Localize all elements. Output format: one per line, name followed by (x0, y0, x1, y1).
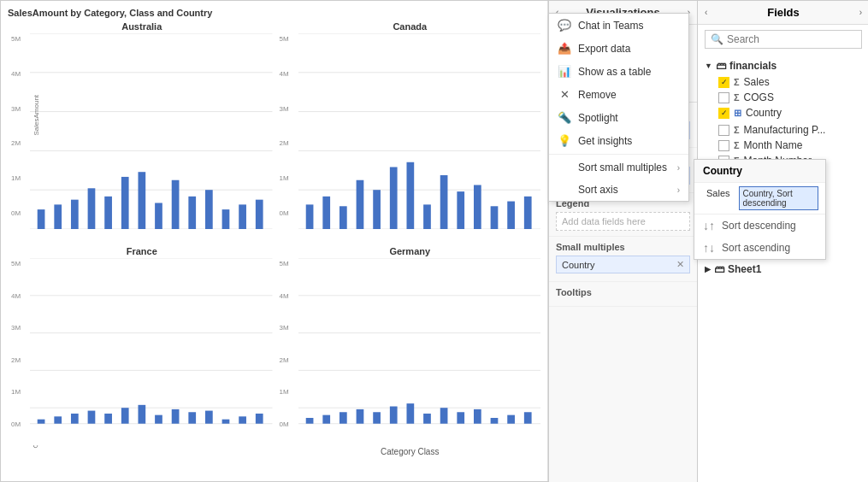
sort-tab-sales[interactable]: Sales (701, 186, 735, 210)
fields-group-header-sheet1[interactable]: ▶ 🗃 Sheet1 (698, 261, 868, 278)
fields-group-header-financials[interactable]: ▼ 🗃 financials (698, 57, 868, 74)
context-menu-label-export: Export data (578, 43, 630, 55)
field-item-country[interactable]: ⊞ Country (698, 105, 868, 120)
svg-rect-8 (71, 200, 79, 229)
svg-rect-72 (406, 403, 414, 424)
context-menu-label-spotlight: Spotlight (578, 112, 618, 124)
svg-rect-48 (71, 414, 79, 424)
field-item-sales[interactable]: Σ Sales (698, 74, 868, 90)
search-input[interactable] (727, 33, 856, 45)
svg-rect-47 (54, 416, 62, 423)
svg-rect-77 (490, 418, 498, 424)
small-multiples-field-tag[interactable]: Country ✕ (556, 256, 690, 273)
svg-rect-79 (523, 412, 531, 423)
svg-rect-57 (222, 420, 230, 424)
svg-rect-16 (205, 190, 213, 229)
svg-rect-19 (256, 200, 263, 229)
sort-option-descending[interactable]: ↓↑ Sort descending (694, 215, 825, 237)
x-axis-label-germany: Category Class (280, 447, 541, 456)
small-multiples-well: Small multiples Country ✕ (549, 237, 697, 282)
table-icon-sheet1: 🗃 (714, 263, 724, 275)
svg-rect-31 (389, 167, 397, 229)
field-name-month-name: Month Name (744, 139, 862, 151)
svg-rect-9 (88, 188, 96, 229)
sort-desc-icon: ↓↑ (703, 219, 715, 232)
fields-title: Fields (707, 6, 859, 19)
svg-rect-69 (356, 409, 363, 424)
context-menu-item-spotlight[interactable]: 🔦 Spotlight (549, 106, 688, 129)
chart-grid: Australia 5M4M3M2M1M0M SalesAmount (8, 20, 544, 469)
small-multiples-remove-btn[interactable]: ✕ (676, 259, 684, 270)
table-icon-financials: 🗃 (716, 60, 726, 72)
field-name-cogs: COGS (744, 91, 862, 103)
context-menu-label-remove: Remove (578, 89, 617, 101)
svg-rect-34 (440, 175, 447, 229)
tooltips-well: Tooltips (549, 282, 697, 307)
field-item-cogs[interactable]: Σ COGS (698, 90, 868, 105)
sort-tab-country[interactable]: Country, Sort descending (739, 186, 818, 210)
svg-rect-30 (373, 190, 381, 229)
svg-rect-18 (239, 204, 246, 229)
sort-popup-header: Country (694, 160, 825, 183)
field-checkbox-sales[interactable] (718, 77, 729, 88)
search-box[interactable]: 🔍 (705, 30, 862, 49)
chart-subtitle-germany: Germany (280, 246, 541, 256)
svg-rect-71 (389, 407, 397, 424)
main-container: SalesAmount by Category, Class and Count… (0, 0, 868, 482)
field-item-mfg[interactable]: Σ Manufacturing P... (698, 122, 868, 138)
export-icon: 📤 (558, 42, 571, 55)
context-menu-label-sort-multiples: Sort small multiples (578, 162, 667, 173)
tooltips-label: Tooltips (556, 287, 690, 297)
chart-cell-germany: Germany 5M4M3M2M1M0M (276, 244, 545, 469)
sort-option-ascending[interactable]: ↑↓ Sort ascending (694, 237, 825, 259)
context-menu-item-table[interactable]: 📊 Show as a table (549, 60, 688, 83)
chart-svg-germany (298, 258, 541, 445)
context-menu-item-export[interactable]: 📤 Export data (549, 37, 688, 60)
field-checkbox-month-name[interactable] (718, 140, 729, 151)
field-checkbox-country[interactable] (718, 108, 729, 119)
context-menu-item-chat[interactable]: 💬 Chat in Teams (549, 14, 688, 37)
sort-popup-tabs: Sales Country, Sort descending (694, 183, 825, 215)
svg-rect-35 (457, 191, 464, 229)
context-menu-item-sort-axis[interactable]: Sort axis › (549, 179, 688, 201)
field-checkbox-cogs[interactable] (718, 92, 729, 103)
context-menu-label-table: Show as a table (578, 66, 651, 78)
context-menu-divider (549, 154, 688, 155)
field-item-month-name[interactable]: Σ Month Name (698, 138, 868, 153)
svg-rect-26 (305, 204, 313, 229)
svg-rect-6 (38, 209, 45, 229)
chart-subtitle-france: France (11, 246, 273, 256)
svg-rect-38 (507, 202, 515, 229)
svg-rect-7 (54, 204, 62, 229)
svg-rect-78 (507, 415, 515, 424)
arrow-sort-axis: › (677, 185, 680, 195)
sort-option-label-desc: Sort descending (722, 220, 796, 232)
context-menu-label-insights: Get insights (578, 135, 632, 147)
context-menu: 💬 Chat in Teams 📤 Export data 📊 Show as … (548, 13, 689, 202)
svg-rect-49 (88, 411, 96, 424)
chart-svg-france (30, 258, 273, 445)
table-icon: 📊 (558, 65, 571, 78)
field-checkbox-mfg[interactable] (718, 125, 729, 136)
svg-rect-46 (38, 420, 45, 424)
sort-asc-icon: ↑↓ (703, 241, 715, 255)
field-name-mfg: Manufacturing P... (744, 124, 862, 136)
sort-field-label: Country (703, 165, 742, 177)
svg-rect-14 (172, 180, 180, 229)
legend-placeholder[interactable]: Add data fields here (556, 212, 690, 231)
svg-rect-12 (138, 172, 145, 229)
context-menu-item-sort-multiples[interactable]: Sort small multiples › (549, 156, 688, 179)
sigma-icon-sales: Σ (734, 77, 740, 87)
context-menu-item-insights[interactable]: 💡 Get insights (549, 129, 688, 152)
sigma-icon-cogs: Σ (734, 92, 740, 103)
fields-group-sheet1: ▶ 🗃 Sheet1 (698, 261, 868, 278)
sigma-icon-month-name: Σ (734, 140, 740, 150)
fields-right-arrow[interactable]: › (859, 8, 862, 17)
context-menu-item-remove[interactable]: ✕ Remove (549, 83, 688, 106)
svg-rect-75 (457, 412, 464, 423)
svg-rect-74 (440, 408, 447, 424)
fields-group-financials: ▼ 🗃 financials Σ Sales Σ COGS (698, 57, 868, 120)
field-name-sales: Sales (744, 76, 862, 88)
chart-svg-canada (298, 33, 541, 229)
svg-rect-66 (305, 418, 313, 424)
